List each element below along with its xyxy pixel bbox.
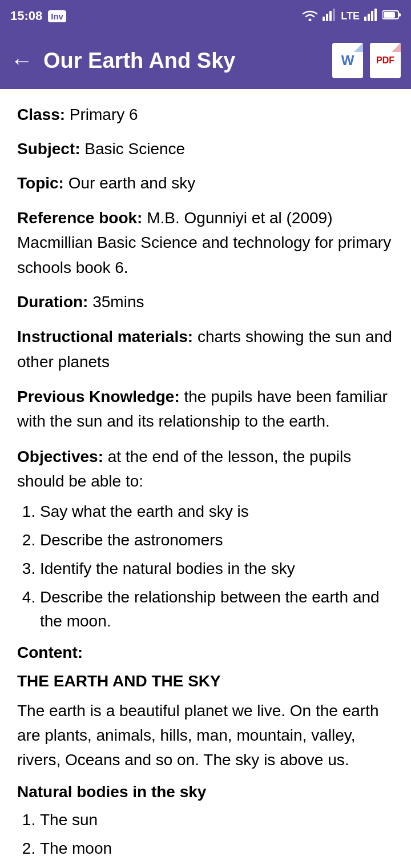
duration-value: 35mins (92, 293, 144, 311)
svg-rect-10 (398, 13, 401, 17)
svg-rect-6 (368, 14, 370, 21)
pdf-corner (392, 43, 401, 52)
list-item: Identify the natural bodies in the sky (40, 557, 394, 581)
topic-label: Topic: (17, 174, 64, 192)
svg-rect-2 (326, 14, 328, 21)
time-display: 15:08 (10, 9, 42, 23)
lte-label: LTE (341, 10, 360, 22)
list-item: Describe the relationship between the ea… (40, 585, 394, 633)
prev-knowledge-label: Previous Knowledge: (17, 388, 180, 405)
materials-field: Instructional materials: charts showing … (17, 324, 394, 374)
svg-rect-4 (333, 9, 335, 21)
status-bar: 15:08 Inv LTE (0, 0, 411, 32)
list-item: The moon (40, 837, 394, 861)
subject-field: Subject: Basic Science (17, 137, 394, 161)
objectives-field: Objectives: at the end of the lesson, th… (17, 444, 394, 633)
status-bar-left: 15:08 Inv (10, 9, 66, 23)
class-field: Class: Primary 6 (17, 103, 394, 127)
prev-knowledge-field: Previous Knowledge: the pupils have been… (17, 384, 394, 434)
battery-icon (382, 10, 401, 23)
natural-bodies-list: The sun The moon (40, 808, 394, 861)
doc-corner (354, 43, 363, 52)
class-label: Class: (17, 106, 65, 123)
svg-point-0 (309, 18, 312, 21)
word-icon-label: W (341, 53, 354, 69)
back-button[interactable]: ← (10, 49, 33, 72)
subject-label: Subject: (17, 140, 80, 158)
duration-label: Duration: (17, 293, 88, 311)
svg-rect-1 (323, 17, 325, 21)
signal-icon (323, 9, 336, 24)
list-item: Say what the earth and sky is (40, 500, 394, 524)
svg-rect-11 (384, 12, 395, 18)
objectives-list: Say what the earth and sky is Describe t… (40, 500, 394, 633)
signal2-icon (364, 9, 378, 24)
svg-rect-5 (364, 17, 366, 21)
ref-label: Reference book: (17, 209, 142, 227)
inv-badge: Inv (48, 10, 66, 22)
materials-label: Instructional materials: (17, 328, 193, 345)
pdf-icon-label: PDF (376, 55, 394, 66)
content-heading: THE EARTH AND THE SKY (17, 672, 394, 690)
content-section-label: Content: (17, 644, 394, 662)
page-title: Our Earth And Sky (43, 49, 322, 73)
content-paragraph: The earth is a beautiful planet we live.… (17, 698, 394, 773)
reference-field: Reference book: M.B. Ogunniyi et al (200… (17, 206, 394, 280)
svg-rect-7 (371, 11, 373, 21)
nav-icons: W PDF (332, 43, 401, 78)
wifi-icon (302, 9, 318, 24)
topic-value: Our earth and sky (68, 174, 196, 192)
svg-rect-8 (374, 9, 377, 21)
list-item: Describe the astronomers (40, 528, 394, 552)
topic-field: Topic: Our earth and sky (17, 171, 394, 195)
duration-field: Duration: 35mins (17, 290, 394, 314)
pdf-doc-button[interactable]: PDF (370, 43, 401, 78)
nav-bar: ← Our Earth And Sky W PDF (0, 32, 411, 89)
natural-bodies-heading: Natural bodies in the sky (17, 783, 394, 801)
status-bar-right: LTE (302, 9, 401, 24)
class-value: Primary 6 (70, 106, 138, 123)
svg-rect-3 (329, 11, 332, 21)
main-content: Class: Primary 6 Subject: Basic Science … (0, 89, 411, 868)
subject-value: Basic Science (84, 140, 185, 158)
word-doc-button[interactable]: W (332, 43, 363, 78)
objectives-label: Objectives: (17, 448, 103, 465)
list-item: The sun (40, 808, 394, 832)
